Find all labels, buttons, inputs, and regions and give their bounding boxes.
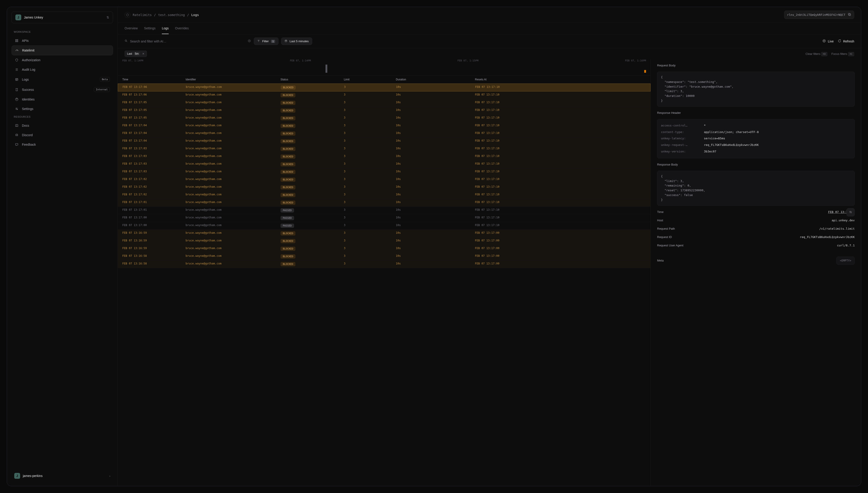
cell-limit: 3 [344, 162, 396, 167]
column-header: Time [122, 78, 186, 81]
log-row[interactable]: FEB 07 13:16:59bruce.wayne@gotham.comBLO… [118, 237, 650, 245]
live-button[interactable]: Live [822, 39, 834, 43]
cell-resets: FEB 07 13:17:10 [475, 170, 646, 174]
cell-time: FEB 07 13:17:05 [122, 101, 186, 105]
breadcrumb-ns[interactable]: test.something [158, 13, 185, 17]
log-row[interactable]: FEB 07 13:17:04bruce.wayne@gotham.comBLO… [118, 130, 650, 137]
request-body: { "namespace": "test.something", "identi… [657, 71, 855, 107]
cell-duration: 10s [396, 254, 475, 259]
workspace-selector[interactable]: J James Unkey ⇅ [12, 12, 113, 23]
namespace-id-box[interactable]: rlns_2nbt3LiTQeQykRFinMSSF4JrNQCT [784, 10, 854, 19]
breadcrumb-root[interactable]: Ratelimits [133, 13, 152, 17]
cell-limit: 3 [344, 185, 396, 190]
tab-settings[interactable]: Settings [144, 23, 156, 34]
cell-duration: 10s [396, 108, 475, 113]
cell-resets: FEB 07 13:17:10 [475, 162, 646, 167]
daterange-button[interactable]: Last 5 minutes [281, 38, 312, 45]
workspace-name: James Unkey [24, 16, 104, 19]
sidebar-item-discord[interactable]: Discord [12, 130, 113, 140]
sidebar-item-authorization[interactable]: Authorization [12, 55, 113, 65]
log-row[interactable]: FEB 07 13:17:04bruce.wayne@gotham.comBLO… [118, 137, 650, 145]
cell-identifier: bruce.wayne@gotham.com [186, 131, 281, 136]
timeline-tick: FEB 07, 1:14PM [290, 59, 311, 62]
log-row[interactable]: FEB 07 13:17:01bruce.wayne@gotham.comBLO… [118, 199, 650, 207]
cell-time: FEB 07 13:17:03 [122, 170, 186, 174]
meta-row: Hostapi.unkey.dev [657, 219, 855, 222]
log-row[interactable]: FEB 07 13:17:05bruce.wayne@gotham.comBLO… [118, 114, 650, 122]
cell-limit: 3 [344, 93, 396, 97]
log-row[interactable]: FEB 07 13:17:03bruce.wayne@gotham.comBLO… [118, 160, 650, 168]
log-row[interactable]: FEB 07 13:17:02bruce.wayne@gotham.comBLO… [118, 191, 650, 199]
log-row[interactable]: FEB 07 13:17:03bruce.wayne@gotham.comBLO… [118, 153, 650, 160]
calendar-icon [285, 40, 287, 43]
badge: Beta [100, 77, 110, 82]
cell-identifier: bruce.wayne@gotham.com [186, 124, 281, 128]
cell-time: FEB 07 13:17:01 [122, 208, 186, 213]
log-row[interactable]: FEB 07 13:16:59bruce.wayne@gotham.comBLO… [118, 245, 650, 253]
cell-resets: FEB 07 13:17:10 [475, 131, 646, 136]
sidebar-item-label: APIs [22, 39, 110, 42]
log-panel: FEB 07, 1:14PMFEB 07, 1:14PMFEB 07, 1:15… [118, 59, 651, 486]
tab-overview[interactable]: Overview [125, 23, 138, 34]
sidebar-item-success[interactable]: SuccessInternal [12, 84, 113, 94]
log-rows[interactable]: FEB 07 13:17:06bruce.wayne@gotham.comBLO… [118, 84, 650, 486]
header-row: access-control…* [661, 122, 851, 129]
sidebar-item-apis[interactable]: APIs [12, 36, 113, 45]
cell-status: BLOCKED [281, 154, 344, 159]
log-row[interactable]: FEB 07 13:17:01bruce.wayne@gotham.comPAS… [118, 207, 650, 214]
log-row[interactable]: FEB 07 13:17:05bruce.wayne@gotham.comBLO… [118, 107, 650, 114]
sidebar-item-feedback[interactable]: Feedback [12, 140, 113, 149]
log-row[interactable]: FEB 07 13:16:58bruce.wayne@gotham.comBLO… [118, 260, 650, 268]
column-header: Status [281, 78, 344, 81]
detail-panel: Request Body { "namespace": "test.someth… [651, 59, 861, 486]
settings-float-button[interactable] [847, 208, 855, 216]
header-row: unkey-version:3b3ec07 [661, 148, 851, 155]
sidebar-item-identities[interactable]: Identities [12, 94, 113, 104]
focus-filters-button[interactable]: Focus filters ⌘C [831, 52, 854, 56]
sidebar-footer-user[interactable]: J james-perkins › [12, 470, 113, 481]
cell-limit: 3 [344, 262, 396, 266]
log-row[interactable]: FEB 07 13:16:58bruce.wayne@gotham.comBLO… [118, 253, 650, 260]
log-row[interactable]: FEB 07 13:17:02bruce.wayne@gotham.comBLO… [118, 176, 650, 184]
filter-chip[interactable]: Last 5m ✕ [125, 50, 147, 57]
sidebar-item-logs[interactable]: LogsBeta [12, 74, 113, 84]
log-row[interactable]: FEB 07 13:17:02bruce.wayne@gotham.comBLO… [118, 184, 650, 191]
sparkle-icon[interactable] [248, 39, 251, 43]
daterange-label: Last 5 minutes [290, 40, 309, 43]
sidebar-item-ratelimit[interactable]: Ratelimit [12, 45, 113, 55]
log-row[interactable]: FEB 07 13:17:04bruce.wayne@gotham.comBLO… [118, 122, 650, 130]
log-row[interactable]: FEB 07 13:17:06bruce.wayne@gotham.comBLO… [118, 84, 650, 91]
cell-identifier: bruce.wayne@gotham.com [186, 147, 281, 151]
cell-identifier: bruce.wayne@gotham.com [186, 193, 281, 197]
log-row[interactable]: FEB 07 13:17:00bruce.wayne@gotham.comPAS… [118, 222, 650, 230]
filter-button[interactable]: Filter 1 [254, 38, 278, 45]
cell-limit: 3 [344, 101, 396, 105]
copy-icon[interactable] [848, 13, 851, 17]
sidebar-item-settings[interactable]: Settings [12, 104, 113, 113]
sidebar-item-label: Audit Log [22, 68, 110, 71]
close-icon[interactable]: ✕ [142, 52, 144, 55]
cell-time: FEB 07 13:17:05 [122, 116, 186, 120]
log-row[interactable]: FEB 07 13:17:06bruce.wayne@gotham.comBLO… [118, 91, 650, 99]
cell-identifier: bruce.wayne@gotham.com [186, 162, 281, 167]
tab-logs[interactable]: Logs [162, 23, 169, 34]
cell-identifier: bruce.wayne@gotham.com [186, 85, 281, 90]
search-box[interactable]: Search and filter with AI… [125, 39, 251, 43]
cell-time: FEB 07 13:17:04 [122, 139, 186, 144]
cell-identifier: bruce.wayne@gotham.com [186, 262, 281, 266]
log-row[interactable]: FEB 07 13:17:03bruce.wayne@gotham.comBLO… [118, 168, 650, 176]
search-input[interactable]: Search and filter with AI… [130, 40, 245, 43]
sidebar-item-audit[interactable]: Audit Log [12, 65, 113, 74]
play-circle-icon [822, 39, 826, 43]
clear-filters-button[interactable]: Clear filters ⌘D [805, 52, 827, 56]
log-row[interactable]: FEB 07 13:17:00bruce.wayne@gotham.comPAS… [118, 214, 650, 222]
tab-overrides[interactable]: Overrides [175, 23, 189, 34]
sidebar-item-docs[interactable]: Docs [12, 121, 113, 130]
refresh-button[interactable]: Refresh [838, 39, 854, 43]
log-row[interactable]: FEB 07 13:16:59bruce.wayne@gotham.comBLO… [118, 230, 650, 237]
authorization-icon [15, 58, 19, 62]
log-row[interactable]: FEB 07 13:17:05bruce.wayne@gotham.comBLO… [118, 99, 650, 107]
log-row[interactable]: FEB 07 13:17:03bruce.wayne@gotham.comBLO… [118, 145, 650, 153]
user-avatar: J [14, 473, 20, 479]
cell-time: FEB 07 13:16:58 [122, 254, 186, 259]
